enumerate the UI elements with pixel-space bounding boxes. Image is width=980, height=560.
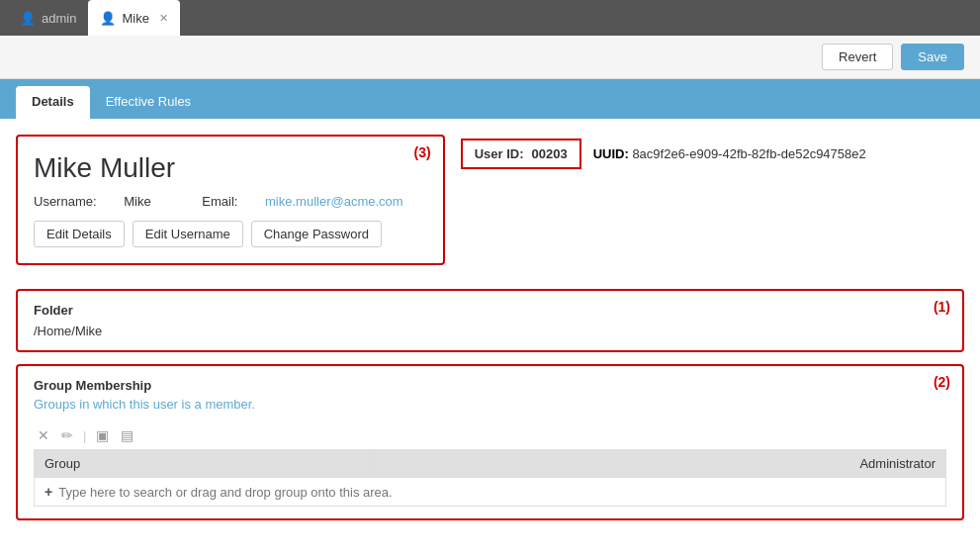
id-info-row: User ID: 00203 UUID: 8ac9f2e6-e909-42fb-… <box>461 139 964 169</box>
main-content: (3) Mike Muller Username: Mike Email: mi… <box>0 119 980 560</box>
id-info-area: User ID: 00203 UUID: 8ac9f2e6-e909-42fb-… <box>461 135 964 169</box>
group-description: Groups in which this user is a member. <box>34 397 946 412</box>
tab-mike[interactable]: 👤 Mike ✕ <box>88 0 179 36</box>
section-tabs: Details Effective Rules <box>0 79 980 119</box>
paste-group-button[interactable]: ▤ <box>117 425 137 445</box>
folder-title: Folder <box>34 303 946 318</box>
admin-user-icon: 👤 <box>20 11 36 26</box>
edit-group-button[interactable]: ✏ <box>57 425 77 445</box>
delete-group-button[interactable]: ✕ <box>34 425 53 445</box>
group-toolbar: ✕ ✏ | ▣ ▤ <box>34 421 946 449</box>
group-section: (2) Group Membership Groups in which thi… <box>16 364 964 520</box>
group-column-header: Group <box>35 450 371 478</box>
administrator-column-header: Administrator <box>371 450 946 478</box>
tab-details[interactable]: Details <box>16 86 90 119</box>
uuid-area: UUID: 8ac9f2e6-e909-42fb-82fb-de52c94758… <box>593 146 866 161</box>
email-label: Email: mike.muller@acme.com <box>202 194 402 209</box>
user-id-value: 00203 <box>532 146 568 161</box>
toolbar: Revert Save <box>0 36 980 79</box>
user-card-section-number: (3) <box>414 144 431 160</box>
user-meta: Username: Mike Email: mike.muller@acme.c… <box>34 194 427 209</box>
user-id-label: User ID: <box>475 146 524 161</box>
edit-username-button[interactable]: Edit Username <box>133 221 243 247</box>
tab-admin-label: admin <box>42 11 76 26</box>
action-buttons: Edit Details Edit Username Change Passwo… <box>34 221 427 247</box>
tab-bar: 👤 admin 👤 Mike ✕ <box>0 0 980 36</box>
uuid-value: 8ac9f2e6-e909-42fb-82fb-de52c94758e2 <box>632 146 865 161</box>
tab-mike-close[interactable]: ✕ <box>159 12 168 25</box>
username-label: Username: Mike <box>34 194 178 209</box>
folder-section-number: (1) <box>934 299 950 315</box>
add-group-icon: + <box>45 484 52 500</box>
change-password-button[interactable]: Change Password <box>251 221 382 247</box>
group-table-header-row: Group Administrator <box>35 450 946 478</box>
group-table: Group Administrator + <box>34 449 946 507</box>
group-search-row: + <box>35 478 946 507</box>
email-link[interactable]: mike.muller@acme.com <box>265 194 403 209</box>
mike-user-icon: 👤 <box>100 11 116 26</box>
uuid-label: UUID: <box>593 146 633 161</box>
revert-button[interactable]: Revert <box>822 44 893 70</box>
folder-section: (1) Folder /Home/Mike <box>16 289 964 352</box>
group-title: Group Membership <box>34 378 946 393</box>
user-full-name: Mike Muller <box>34 152 427 184</box>
group-search-cell: + <box>35 478 946 507</box>
tab-effective-rules[interactable]: Effective Rules <box>90 86 207 119</box>
tab-mike-label: Mike <box>122 11 148 26</box>
copy-group-button[interactable]: ▣ <box>92 425 113 445</box>
user-card-section: (3) Mike Muller Username: Mike Email: mi… <box>16 135 445 265</box>
user-id-box: User ID: 00203 <box>461 139 581 169</box>
folder-path: /Home/Mike <box>34 324 946 338</box>
edit-details-button[interactable]: Edit Details <box>34 221 125 247</box>
tab-admin[interactable]: 👤 admin <box>8 0 88 36</box>
group-search-input[interactable] <box>58 485 935 500</box>
save-button[interactable]: Save <box>901 44 964 70</box>
toolbar-divider: | <box>83 428 86 443</box>
group-section-number: (2) <box>934 374 950 390</box>
